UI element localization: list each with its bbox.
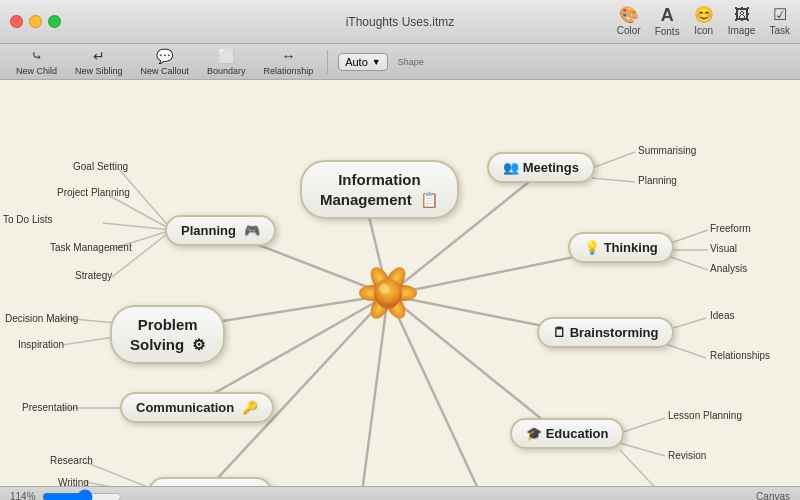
leaf-meetings-planning: Planning — [638, 175, 677, 186]
bottom-bar: 114% Canvas — [0, 486, 800, 500]
leaf-research: Research — [50, 455, 93, 466]
info-mgmt-icon: 📋 — [420, 191, 439, 208]
svg-line-15 — [112, 230, 172, 277]
planning-node[interactable]: Planning 🎮 — [165, 215, 276, 246]
toolbar-right: 🎨 Color A Fonts 😊 Icon 🖼 Image ☑ Task — [617, 6, 790, 37]
chevron-down-icon: ▼ — [372, 57, 381, 67]
communication-node[interactable]: Communication 🔑 — [120, 392, 274, 423]
task-tool[interactable]: ☑ Task — [769, 7, 790, 36]
education-node[interactable]: 🎓 Education — [510, 418, 624, 449]
leaf-relationships: Relationships — [710, 350, 770, 361]
note-taking-icon: ✉ — [245, 485, 256, 486]
svg-line-20 — [665, 255, 708, 270]
toolbar-separator — [327, 50, 328, 74]
svg-line-24 — [620, 443, 665, 456]
task-icon: ☑ — [773, 7, 787, 23]
fonts-label: Fonts — [655, 26, 680, 37]
leaf-strategy: Strategy — [75, 270, 112, 281]
leaf-goal-setting: Goal Setting — [73, 161, 128, 172]
information-management-node[interactable]: InformationManagement 📋 — [300, 160, 459, 219]
color-label: Color — [617, 25, 641, 36]
new-child-icon: ⤷ — [31, 48, 43, 64]
problem-solving-label: ProblemSolving — [130, 316, 198, 353]
new-sibling-label: New Sibling — [75, 66, 123, 76]
leaf-revision: Revision — [668, 450, 706, 461]
new-callout-button[interactable]: 💬 New Callout — [133, 45, 198, 79]
icon-label: Icon — [694, 25, 713, 36]
minimize-button[interactable] — [29, 15, 42, 28]
leaf-lesson-planning: Lesson Planning — [668, 410, 742, 421]
boundary-label: Boundary — [207, 66, 246, 76]
shape-label: Shape — [398, 57, 424, 67]
leaf-analysis: Analysis — [710, 263, 747, 274]
new-sibling-icon: ↵ — [93, 48, 105, 64]
new-sibling-button[interactable]: ↵ New Sibling — [67, 45, 131, 79]
brainstorming-icon: 🗒 — [553, 325, 566, 340]
leaf-ideas: Ideas — [710, 310, 734, 321]
communication-icon: 🔑 — [242, 400, 258, 415]
svg-line-12 — [108, 195, 172, 230]
relationship-label: Relationship — [264, 66, 314, 76]
icon-tool[interactable]: 😊 Icon — [694, 7, 714, 36]
fonts-tool[interactable]: A Fonts — [655, 6, 680, 37]
close-button[interactable] — [10, 15, 23, 28]
leaf-summarising: Summarising — [638, 145, 696, 156]
svg-line-25 — [620, 450, 665, 486]
communication-label: Communication — [136, 400, 234, 415]
new-callout-icon: 💬 — [156, 48, 173, 64]
planning-icon: 🎮 — [244, 223, 260, 238]
svg-point-41 — [379, 284, 389, 294]
fonts-icon: A — [661, 6, 674, 24]
relationship-button[interactable]: ↔ Relationship — [256, 45, 322, 79]
leaf-inspiration: Inspiration — [18, 339, 64, 350]
shape-value: Auto — [345, 56, 368, 68]
meetings-icon: 👥 — [503, 160, 519, 175]
leaf-decision-making: Decision Making — [5, 313, 78, 324]
shape-select[interactable]: Auto ▼ — [338, 53, 388, 71]
canvas-label: Canvas — [756, 491, 790, 500]
svg-point-40 — [374, 279, 402, 307]
education-label: Education — [546, 426, 609, 441]
new-callout-label: New Callout — [141, 66, 190, 76]
maximize-button[interactable] — [48, 15, 61, 28]
svg-line-16 — [592, 152, 635, 168]
problem-solving-icon: ⚙ — [192, 336, 205, 353]
svg-line-11 — [118, 168, 172, 230]
leaf-freeform: Freeform — [710, 223, 751, 234]
brainstorming-node[interactable]: 🗒 Brainstorming — [537, 317, 674, 348]
svg-line-13 — [103, 223, 172, 230]
image-tool[interactable]: 🖼 Image — [728, 7, 756, 36]
thinking-label: Thinking — [604, 240, 658, 255]
note-taking-node[interactable]: Note Taking ✉ — [148, 477, 272, 486]
meetings-label: Meetings — [523, 160, 579, 175]
planning-label: Planning — [181, 223, 236, 238]
problem-solving-node[interactable]: ProblemSolving ⚙ — [110, 305, 225, 364]
image-label: Image — [728, 25, 756, 36]
svg-line-30 — [85, 482, 155, 486]
zoom-slider[interactable] — [42, 489, 122, 501]
new-child-button[interactable]: ⤷ New Child — [8, 45, 65, 79]
relationship-icon: ↔ — [281, 48, 295, 64]
note-taking-label: Note Taking — [164, 485, 237, 486]
meetings-node[interactable]: 👥 Meetings — [487, 152, 595, 183]
leaf-visual: Visual — [710, 243, 737, 254]
leaf-project-planning: Project Planning — [57, 187, 130, 198]
boundary-button[interactable]: ⬜ Boundary — [199, 45, 254, 79]
brainstorming-label: Brainstorming — [570, 325, 659, 340]
thinking-icon: 💡 — [584, 240, 600, 255]
leaf-writing: Writing — [58, 477, 89, 486]
color-tool[interactable]: 🎨 Color — [617, 7, 641, 36]
svg-line-23 — [620, 418, 665, 433]
window-controls[interactable] — [10, 15, 61, 28]
window-title: iThoughts Uses.itmz — [346, 15, 455, 29]
main-toolbar: ⤷ New Child ↵ New Sibling 💬 New Callout … — [0, 44, 800, 80]
node-label: InformationManagement — [320, 171, 421, 208]
center-hub — [353, 258, 423, 328]
leaf-presentation: Presentation — [22, 402, 78, 413]
thinking-node[interactable]: 💡 Thinking — [568, 232, 674, 263]
svg-line-29 — [85, 462, 155, 486]
zoom-label: 114% — [10, 491, 36, 500]
leaf-todo-lists: To Do Lists — [3, 214, 52, 225]
task-label: Task — [769, 25, 790, 36]
education-icon: 🎓 — [526, 426, 542, 441]
